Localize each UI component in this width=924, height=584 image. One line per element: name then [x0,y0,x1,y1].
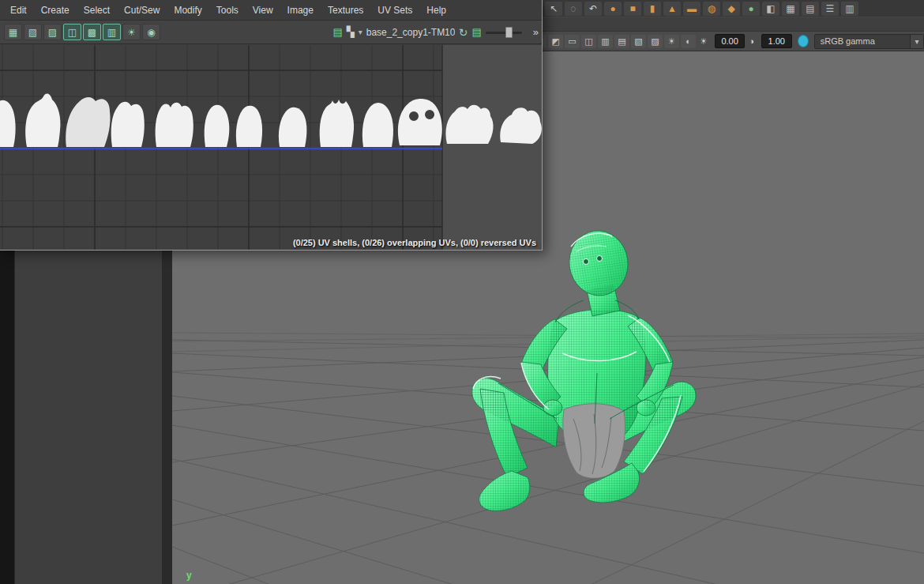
axis-y-label: y [186,570,192,581]
shelf-icon-glyph: ☰ [826,4,835,13]
slider-track [486,32,522,34]
character-mesh[interactable] [472,227,696,511]
shelf-cube-icon[interactable]: ■ [624,2,641,16]
uv-shell[interactable] [0,100,16,147]
safe-title-icon[interactable]: ▨ [648,35,663,48]
shelf-cone-icon[interactable]: ▲ [663,2,681,16]
camera-lock-icon[interactable]: ◩ [548,35,563,48]
shelf-icon-glyph: ◌ [570,4,576,13]
view-transform-label: sRGB gamma [815,36,910,46]
uv-texture-borders-icon[interactable]: ▧ [24,24,42,40]
uv-grid-display-icon[interactable]: ▦ [4,24,22,40]
viewport-toolbar-icons: ▣ ◩ ▭ ◫ ▥ ▤ ▧ ▨ ☀ ◐ [531,35,696,48]
shelf-sphere-icon[interactable]: ● [604,2,622,16]
uv-pixel-grid-icon[interactable]: ▥ [103,24,121,40]
menu-item[interactable]: Help [419,0,453,21]
shelf-icon-glyph: ● [610,4,615,13]
shelf-icon-glyph: ▲ [667,4,677,13]
uv-shell[interactable] [205,105,230,147]
shelf-icon-glyph: ■ [629,4,635,13]
shelf-select-icon[interactable]: ↖ [545,2,562,16]
lighting-icon[interactable]: ☀ [664,35,679,48]
uv-canvas-right-area [442,45,542,250]
shelf-separate-icon[interactable]: ▤ [802,2,819,16]
shelf-menu-icon[interactable]: ☰ [821,2,839,16]
uv-snapshot-icon[interactable]: ◉ [142,24,160,40]
menu-item[interactable]: Image [280,0,321,21]
texture-controls: ▤ ▚ ▾ base_2_copy1-TM1016 ↻ ▤ » [332,26,538,39]
shelf-icon-glyph: ▥ [845,4,854,13]
uv-shell[interactable] [279,107,307,147]
texture-image-icon[interactable]: ▤ [332,27,342,37]
menu-item[interactable]: View [246,0,280,21]
dropdown-arrow-icon[interactable]: ▾ [910,35,923,48]
menu-item[interactable]: Edit [3,0,34,21]
cloth-shorts [563,404,625,479]
uv-canvas-svg [0,45,542,250]
uv-shell[interactable] [66,97,110,147]
uv-canvas[interactable]: (0/25) UV shells, (0/26) overlapping UVs… [0,45,542,250]
uv-shell[interactable] [25,94,60,147]
gamma-toggle-icon[interactable]: ◑ [749,36,754,46]
uv-editor-menubar: EditCreateSelectCut/SewModifyToolsViewIm… [0,0,542,21]
uv-distortion-display-icon[interactable]: ▩ [83,24,101,40]
exposure-field[interactable]: 0.00 [715,34,746,48]
shelf-grid-icon[interactable]: ▥ [841,2,858,16]
shelf-icon-glyph: ◆ [727,4,734,13]
gate-mask-icon[interactable]: ▥ [598,35,613,48]
menu-item[interactable]: Cut/Sew [117,0,167,21]
uv-shell[interactable] [111,102,145,147]
expand-toolbar-icon[interactable]: » [533,27,538,37]
shelf-combine-icon[interactable]: ▦ [782,2,799,16]
uv-status-text: (0/25) UV shells, (0/26) overlapping UVs… [293,238,536,247]
uv-shell[interactable] [320,100,354,147]
texture-dropdown-arrow-icon[interactable]: ▾ [359,28,362,36]
resolution-gate-icon[interactable]: ◫ [581,35,596,48]
uv-shell[interactable] [236,106,262,147]
slider-handle[interactable] [505,27,513,38]
safe-action-icon[interactable]: ▧ [631,35,646,48]
shelf-icon-glyph: ◍ [708,4,716,13]
color-management-icon[interactable] [798,35,809,47]
menu-item[interactable]: Textures [321,0,370,21]
uv-checker-display-icon[interactable]: ◫ [63,24,81,40]
shadows-icon[interactable]: ◐ [681,35,696,48]
shelf-lasso-icon[interactable]: ◌ [565,2,582,16]
exposure-toggle-icon[interactable]: ☀ [700,36,708,47]
uv-editor-toolbar: ▦ ▧ ▨ ◫ ▩ ▥ ☀ ◉ ▤ ▚ ▾ [0,21,542,44]
uv-shade-uvs-icon[interactable]: ☀ [122,24,141,40]
shelf-torus-icon[interactable]: ◍ [703,2,720,16]
view-transform-dropdown[interactable]: sRGB gamma ▾ [814,34,924,49]
shelf-history-icon[interactable]: ↶ [584,2,602,16]
maya-screen: ↖ ◌ ↶ ● ■ ▮ ▲ ▬ ◍ ◆ ● ◧ ▦ ▤ ☰ ▥ [0,0,924,584]
menu-item[interactable]: Select [77,0,117,21]
shelf-green-sphere-icon[interactable]: ● [742,2,760,16]
shelf-icon-glyph: ▤ [806,4,814,13]
shelf-icon-glyph: ▮ [650,4,655,13]
menu-item[interactable]: Create [34,0,77,21]
film-gate-icon[interactable]: ▭ [565,35,580,48]
checker-map-icon[interactable]: ▚ [347,27,355,37]
shelf-icon-glyph: ▦ [786,4,794,13]
shelf-plane-icon[interactable]: ▬ [683,2,701,16]
uv-shell[interactable] [398,99,442,145]
uv-grid [0,45,442,250]
shelf-boolean-icon[interactable]: ◧ [762,2,779,16]
shelf-icon-glyph: ▬ [687,4,697,13]
uv-shaded-display-icon[interactable]: ▨ [43,24,62,40]
uv-shell[interactable] [156,103,193,147]
shelf-platonic-icon[interactable]: ◆ [723,2,740,16]
shelf-icon-glyph: ↖ [550,4,558,13]
uv-toolbar-icons: ▦ ▧ ▨ ◫ ▩ ▥ ☀ ◉ [4,24,160,40]
menu-item[interactable]: Tools [209,0,246,21]
image-dim-slider[interactable] [486,26,522,39]
menu-item[interactable]: Modify [167,0,208,21]
refresh-textures-icon[interactable]: ↻ [459,27,468,38]
shelf-cylinder-icon[interactable]: ▮ [644,2,661,16]
display-image-icon[interactable]: ▤ [471,27,481,37]
uv-shell[interactable] [362,103,393,147]
gamma-field[interactable]: 1.00 [761,34,792,48]
field-chart-icon[interactable]: ▤ [614,35,629,48]
texture-name[interactable]: base_2_copy1-TM1016 [366,27,455,38]
menu-item[interactable]: UV Sets [370,0,419,21]
